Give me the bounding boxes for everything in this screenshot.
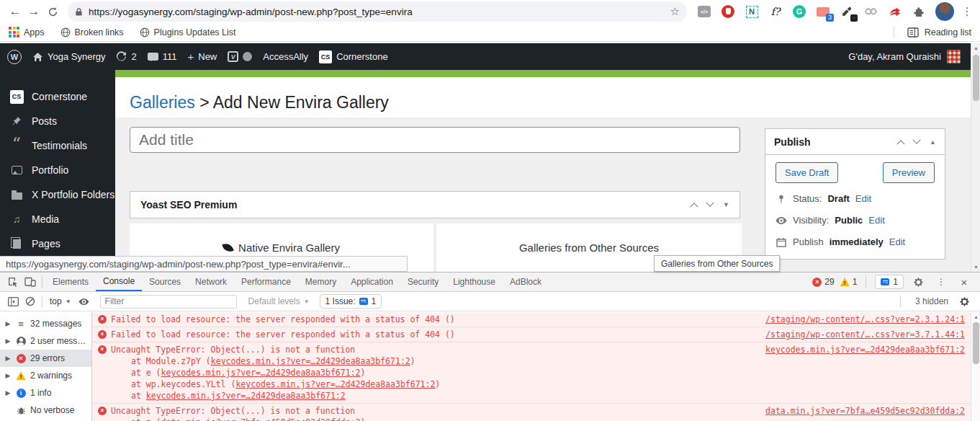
sidebar-item-pages[interactable]: Pages [0,231,115,256]
account-menu[interactable]: G'day, Akram Quraishi [848,50,963,63]
issues-badge[interactable]: 1 [875,275,904,289]
bookmark-star-icon[interactable]: ☆ [670,5,680,18]
stack-link[interactable]: keycodes.min.js?ver=…2d429dea8aa3bf671:2 [146,391,346,401]
cornerstone-menu[interactable]: CS Cornerstone [319,50,388,63]
source-link[interactable]: /staging/wp-content/….css?ver=3.7.1.44:1 [765,329,965,340]
back-icon[interactable]: ← [6,2,24,21]
expand-icon[interactable]: ▶ [4,389,12,396]
error-count-badge[interactable]: × 29 [812,277,834,287]
tab-memory[interactable]: Memory [298,272,343,291]
whatfont-ext-icon[interactable]: f? [768,4,783,19]
extensions-puzzle-icon[interactable] [911,4,925,19]
device-toolbar-icon[interactable] [22,273,39,291]
adblock-hand-icon[interactable] [721,4,735,19]
tab-elements[interactable]: Elements [45,272,96,291]
devtools-ext-icon[interactable]: </> [697,4,711,19]
reading-list-button[interactable]: Reading list [894,27,971,38]
sidebar-item-portfolio[interactable]: Portfolio [0,158,115,182]
tab-lighthouse[interactable]: Lighthouse [446,272,503,291]
issues-counter[interactable]: 1 Issue: 1 [320,294,382,309]
stack-link[interactable]: data.min.js?ver=7bfa…e459d5ec92d30fdda:2 [161,417,361,421]
filter-warnings[interactable]: ▶ ! 2 warnings [0,367,91,384]
stack-link[interactable]: keycodes.min.js?ver=…2d429dea8aa3bf671:2 [211,356,410,366]
expand-icon[interactable]: ▶ [4,355,12,362]
devtools-close-icon[interactable]: × [956,273,973,291]
browser-menu-icon[interactable]: ⋮ [961,5,973,18]
accessally-menu[interactable]: AccessAlly [263,51,308,62]
reload-icon[interactable] [43,2,62,21]
console-sidebar-toggle-icon[interactable] [4,293,22,310]
post-title-input[interactable] [130,127,740,153]
toggle-panel-icon[interactable]: ▲ [930,138,936,146]
updates-menu[interactable]: 2 [116,51,136,62]
url-bar[interactable]: https://yogasynergy.com/staging/wp-admin… [68,1,687,22]
edit-visibility-link[interactable]: Edit [868,215,884,226]
move-up-icon[interactable] [896,140,904,148]
console-error-row[interactable]: × Uncaught TypeError: Object(...) is not… [92,404,971,421]
sidebar-item-posts[interactable]: Posts [0,109,115,133]
clear-console-icon[interactable] [22,293,39,310]
expand-icon[interactable]: ▶ [4,372,12,379]
filter-verbose[interactable]: No verbose [0,402,91,419]
expand-icon[interactable]: ▶ [4,337,12,345]
forward-icon[interactable]: → [24,2,43,21]
expand-icon[interactable]: ▶ [4,320,12,327]
scrollbar-thumb[interactable] [973,322,979,364]
warning-count-badge[interactable]: ! 1 [840,277,858,287]
source-link[interactable]: data.min.js?ver=7bfa…e459d5ec92d30fdda:2 [765,405,965,417]
clipper-ext-icon[interactable]: N [745,4,759,19]
comments-menu[interactable]: 111 [148,51,177,62]
filter-info[interactable]: ▶ i 1 info [0,384,91,402]
apps-shortcut[interactable]: Apps [9,27,45,37]
wp-logo-menu[interactable]: W [7,50,22,64]
console-settings-icon[interactable] [956,293,973,310]
profile-avatar[interactable] [935,2,954,21]
source-link[interactable]: keycodes.min.js?ver=…2d429dea8aa3bf671:2 [765,344,965,355]
save-draft-button[interactable]: Save Draft [776,162,838,183]
edit-schedule-link[interactable]: Edit [889,236,905,247]
devtools-settings-icon[interactable] [909,273,927,291]
tab-adblock[interactable]: AdBlock [503,272,549,291]
sidebar-item-media[interactable]: ♫ Media [0,207,115,231]
grammarly-ext-icon[interactable]: G [792,4,806,19]
publish-panel-header[interactable]: Publish ▲ [765,129,945,155]
source-link[interactable]: /staging/wp-content/….css?ver=2.3.1.24:1 [765,314,965,325]
edit-status-link[interactable]: Edit [855,193,871,204]
sidebar-item-cornerstone[interactable]: CS Cornerstone [0,84,115,109]
console-filter-input[interactable] [100,295,237,309]
stack-link[interactable]: keycodes.min.js?ver=…2d429dea8aa3bf671:2 [235,379,435,389]
move-down-icon[interactable] [706,199,714,207]
scroll-down-icon[interactable]: ▼ [971,262,980,272]
preview-button[interactable]: Preview [883,162,935,183]
console-error-row[interactable]: × Failed to load resource: the server re… [92,327,971,342]
tab-performance[interactable]: Performance [234,272,298,291]
link-ext-icon[interactable] [863,4,878,19]
context-selector[interactable]: top ▼ [50,296,71,306]
site-menu[interactable]: Yoga Synergy [32,51,105,62]
scroll-up-icon[interactable]: ▲ [971,43,980,53]
sidebar-item-testimonials[interactable]: “ Testimonials [0,133,115,158]
bookmark-plugins-updates[interactable]: Plugins Updates List [140,27,236,37]
console-error-row[interactable]: × Failed to load resource: the server re… [92,312,971,327]
tab-security[interactable]: Security [400,272,446,291]
tab-network[interactable]: Network [188,272,234,291]
move-up-icon[interactable] [690,203,698,211]
yoast-menu[interactable]: V [228,51,252,62]
scrollbar-thumb[interactable] [973,55,979,101]
console-error-row[interactable]: × Uncaught TypeError: Object(...) is not… [92,342,971,404]
live-expression-eye-icon[interactable] [76,293,93,310]
breadcrumb-galleries-link[interactable]: Galleries [130,93,195,112]
bookmark-broken-links[interactable]: Broken links [60,27,124,37]
inspect-element-icon[interactable] [4,273,22,291]
yoast-seo-panel[interactable]: Yoast SEO Premium ▼ [130,191,740,218]
filter-all-messages[interactable]: ▶ ≡ 32 messages [0,315,91,332]
new-content-menu[interactable]: + New [187,51,217,62]
console-scrollbar[interactable]: ▲ [971,312,980,421]
stack-link[interactable]: keycodes.min.js?ver=…2d429dea8aa3bf671:2 [161,368,361,378]
tab-sources[interactable]: Sources [142,272,188,291]
scroll-up-icon[interactable]: ▲ [971,312,980,322]
share-ext-icon[interactable] [887,4,902,19]
move-down-icon[interactable] [912,136,920,143]
tab-console[interactable]: Console [96,272,142,291]
sidebar-item-x-portfolio-folders[interactable]: X Portfolio Folders [0,182,115,207]
